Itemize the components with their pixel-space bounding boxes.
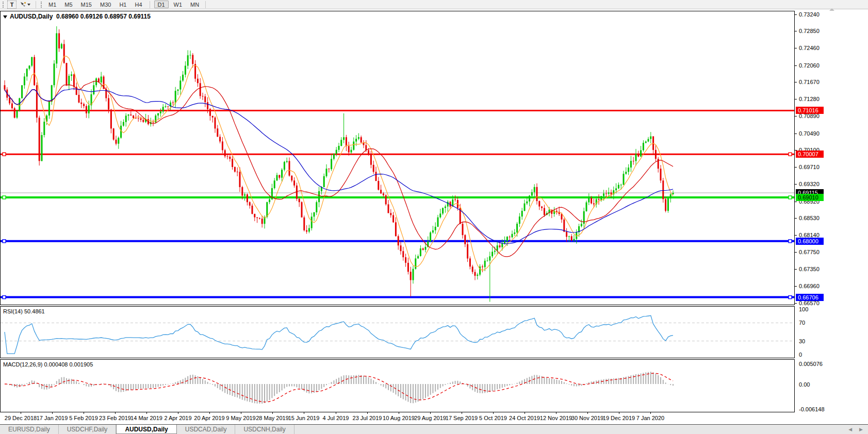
timeframe-button-m1[interactable]: M1	[45, 1, 59, 8]
date-label: 14 Mar 2019	[130, 415, 162, 421]
date-label: 19 Dec 2019	[603, 415, 635, 421]
crosshair-cursor-icon	[20, 1, 26, 8]
date-label: 12 Nov 2019	[540, 415, 572, 421]
timeframe-button-h1[interactable]: H1	[116, 1, 129, 8]
date-label: 2 Apr 2019	[164, 415, 191, 421]
date-tick	[52, 412, 53, 414]
date-tick	[430, 412, 431, 414]
timeframe-button-m15[interactable]: M15	[78, 1, 95, 8]
date-tick	[336, 412, 336, 414]
timeframe-button-m30[interactable]: M30	[97, 1, 114, 8]
date-label: 23 Feb 2019	[99, 415, 131, 421]
date-tick	[304, 412, 304, 414]
date-tick	[241, 412, 241, 414]
axis-tick-label: 0.67750	[799, 249, 820, 255]
price-line-label: 0.71016	[796, 107, 824, 114]
main-chart-canvas[interactable]	[1, 11, 794, 305]
toolbar-grip[interactable]	[3, 2, 5, 8]
date-tick	[399, 412, 399, 414]
text-tool-button[interactable]: T	[7, 1, 17, 9]
date-label: 29 Dec 2018	[5, 415, 37, 421]
rsi-axis-label: 30	[799, 338, 805, 344]
symbol-tabbar: EURUSD,DailyUSDCHF,DailyAUDUSD,DailyUSDC…	[0, 424, 868, 434]
date-label: 5 Oct 2019	[479, 415, 507, 421]
macd-axis-label: 0.00	[799, 381, 810, 388]
axis-tick-label: 0.68530	[799, 215, 820, 221]
rsi-label: RSI(14) 50.4861	[3, 308, 45, 314]
date-tick	[146, 412, 147, 414]
horizontal-line-0.70007[interactable]	[1, 153, 794, 156]
rsi-axis-label: 70	[799, 320, 805, 326]
cursor-tool-button[interactable]	[18, 1, 32, 9]
ohlc-close: 0.69115	[128, 13, 151, 20]
macd-name: MACD(12,26,9)	[3, 361, 42, 368]
price-line-label: 0.70007	[796, 151, 824, 158]
tab-usdchf[interactable]: USDCHF,Daily	[59, 425, 117, 434]
date-tick	[209, 412, 210, 414]
rsi-pane[interactable]: RSI(14) 50.4861	[0, 306, 795, 358]
date-label: 4 Jul 2019	[323, 415, 349, 421]
date-tick	[619, 412, 619, 414]
timeframe-button-w1[interactable]: W1	[171, 1, 186, 8]
tab-scroll-left-icon[interactable]: ◀	[848, 427, 852, 432]
date-label: 23 Jul 2019	[353, 415, 382, 421]
macd-axis-label: -0.006148	[799, 406, 825, 412]
macd-histogram	[5, 372, 673, 404]
horizontal-line-0.6901[interactable]	[1, 196, 794, 199]
rsi-canvas[interactable]	[1, 307, 794, 358]
axis-tick	[795, 286, 797, 287]
date-axis[interactable]: 29 Dec 201817 Jan 20195 Feb 201923 Feb 2…	[0, 412, 868, 424]
horizontal-line-0.66706[interactable]	[1, 296, 794, 299]
axis-tick-label: 0.71670	[799, 79, 820, 85]
date-label: 17 Sep 2019	[446, 415, 478, 421]
date-label: 5 Feb 2019	[69, 415, 98, 421]
candles	[4, 26, 674, 302]
timeframe-button-d1[interactable]: D1	[154, 1, 169, 8]
axis-tick	[795, 31, 797, 31]
rsi-value: 50.4861	[24, 308, 45, 314]
date-tick	[272, 412, 273, 414]
date-label: 15 Jun 2019	[288, 415, 320, 421]
rsi-axis-label: 100	[799, 306, 808, 312]
rsi-line	[5, 315, 673, 354]
axis-tick	[795, 167, 797, 168]
timeframe-button-h4[interactable]: H4	[132, 1, 145, 8]
toolbar-separator	[150, 1, 150, 8]
macd-label: MACD(12,26,9) 0.000408 0.001905	[3, 361, 93, 368]
tab-eurusd[interactable]: EURUSD,Daily	[0, 425, 59, 434]
chart-dropdown-icon[interactable]	[3, 15, 7, 19]
rsi-name: RSI(14)	[3, 308, 23, 314]
horizontal-line-0.68[interactable]	[1, 240, 794, 243]
macd-pane[interactable]: MACD(12,26,9) 0.000408 0.001905	[0, 359, 795, 412]
chart-title: AUDUSD,Daily 0.68960 0.69126 0.68957 0.6…	[3, 13, 151, 20]
timeframe-button-m5[interactable]: M5	[61, 1, 75, 8]
axis-tick	[795, 303, 797, 304]
axis-tick-label: 0.70490	[799, 130, 820, 137]
axis-tick-label: 0.72460	[799, 45, 820, 51]
date-tick	[115, 412, 116, 414]
macd-canvas[interactable]	[1, 360, 794, 412]
date-label: 9 May 2019	[226, 415, 255, 421]
axis-tick	[795, 48, 797, 48]
price-line-label: 0.66706	[796, 294, 824, 301]
axis-tick	[795, 14, 797, 15]
tab-usdcad[interactable]: USDCAD,Daily	[177, 425, 236, 434]
axis-tick	[795, 218, 797, 219]
axis-tick	[795, 235, 797, 236]
ohlc-open: 0.68960	[56, 13, 78, 20]
axis-tick	[795, 269, 797, 270]
date-label: 28 May 2019	[256, 415, 289, 421]
chevron-down-icon	[27, 4, 30, 6]
toolbar-grip[interactable]	[41, 2, 43, 8]
trading-terminal: T M1M5M15M30H1H4D1W1MN AUDUSD,Daily 0.68…	[0, 0, 868, 434]
tab-scroll-right-icon[interactable]: ▶	[859, 427, 863, 432]
timeframe-button-mn[interactable]: MN	[187, 1, 202, 8]
price-axis[interactable]: 0.732400.728500.724600.720600.716700.712…	[795, 11, 868, 412]
axis-tick	[795, 99, 797, 99]
chart-symbol: AUDUSD,Daily	[10, 13, 53, 20]
date-label: 29 Aug 2019	[414, 415, 446, 421]
main-chart-pane[interactable]: AUDUSD,Daily 0.68960 0.69126 0.68957 0.6…	[0, 11, 795, 305]
tab-audusd[interactable]: AUDUSD,Daily	[116, 425, 176, 434]
date-label: 24 Oct 2019	[509, 415, 540, 421]
tab-usdcnh[interactable]: USDCNH,Daily	[235, 425, 294, 434]
